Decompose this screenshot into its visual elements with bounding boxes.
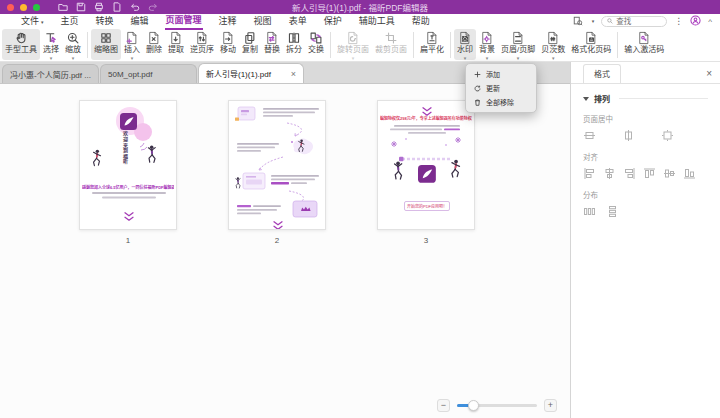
menu-file[interactable]: 文件▾ xyxy=(20,13,45,29)
toolbar-header-footer-button[interactable]: 页眉/页脚 ▾ xyxy=(498,29,538,60)
toolbar-hand-tool-button[interactable]: 手型工具 xyxy=(2,29,40,60)
menu-page-management[interactable]: 页面管理 xyxy=(165,12,203,30)
menu-accessibility-tools[interactable]: 辅助工具 xyxy=(358,13,396,29)
document-icon[interactable] xyxy=(112,2,122,12)
menu-convert[interactable]: 转换 xyxy=(95,13,115,29)
tab-50m-opt-pdf[interactable]: 50M_opt.pdf xyxy=(100,64,197,83)
format-panel-tab[interactable]: 格式 xyxy=(583,64,621,83)
center-in-page-label: 页面居中 xyxy=(583,113,708,124)
zoom-slider-handle[interactable] xyxy=(468,400,479,411)
tab-resume-pdf[interactable]: 冯小惠-个人简历.pdf ... xyxy=(2,64,99,83)
toolbar-swap-button[interactable]: 交换 xyxy=(305,29,327,60)
toolbar-delete-button[interactable]: 删除 xyxy=(143,29,165,60)
crop-pages-icon xyxy=(383,31,399,45)
close-tab-icon[interactable]: × xyxy=(291,69,296,79)
zoom-in-button[interactable]: + xyxy=(544,399,557,412)
toolbar-replace-button[interactable]: 替换 xyxy=(261,29,283,60)
close-window-button[interactable] xyxy=(7,4,14,11)
zoom-icon xyxy=(65,31,81,45)
toolbar: 手型工具 选择 ▾ 缩放 ▾ 缩略图 插入 ▾ 删除 提取 xyxy=(0,28,720,62)
toolbar-split-button[interactable]: 拆分 xyxy=(283,29,305,60)
minimize-window-button[interactable] xyxy=(20,4,27,11)
toolbar-zoom-button[interactable]: 缩放 ▾ xyxy=(62,29,84,60)
page-number-3: 3 xyxy=(377,236,475,245)
account-avatar[interactable] xyxy=(690,12,701,30)
toolbar-activation-code-button[interactable]: 输入激活码 xyxy=(621,29,667,60)
thumbnail-grid-icon xyxy=(98,31,114,45)
align-top-icon xyxy=(643,167,656,180)
menu-help[interactable]: 帮助 xyxy=(411,13,431,29)
toolbar-separator xyxy=(413,32,414,58)
extract-page-icon xyxy=(168,31,184,45)
chevron-down-icon: ▾ xyxy=(486,55,489,61)
menubar: 文件▾ 主页 转换 编辑 页面管理 注释 视图 表单 保护 辅助工具 帮助 ▾ … xyxy=(0,14,720,28)
toolbar-bates-number-button[interactable]: 贝茨数 ▾ xyxy=(538,29,568,60)
chevron-down-icon: ▾ xyxy=(50,55,53,61)
search-box[interactable] xyxy=(601,16,667,27)
activation-key-icon xyxy=(636,31,652,45)
zoom-slider-track[interactable] xyxy=(457,404,537,407)
watermark-dropdown-menu: 添加 更新 全部移除 xyxy=(465,63,537,113)
page-1-artwork xyxy=(80,101,177,230)
watermark-add-item[interactable]: 添加 xyxy=(466,67,536,81)
save-icon[interactable] xyxy=(76,2,86,12)
toolbar-copy-button[interactable]: 复制 xyxy=(239,29,261,60)
page-thumbnail-1[interactable]: 欢迎来到福昕 感谢您加入全球6.5亿用户，一同信任福昕PDF编辑器 xyxy=(79,100,177,230)
more-options-icon[interactable]: ⋮ xyxy=(674,16,683,26)
collapse-toolbar-icon[interactable]: ^ xyxy=(708,17,712,26)
search-input[interactable] xyxy=(616,17,660,26)
toolbar-extract-button[interactable]: 提取 xyxy=(165,29,187,60)
split-page-icon xyxy=(286,31,302,45)
page-thumbnail-3[interactable]: 编辑特权仅298元/年，专享上述编辑器所有功能特权。 开始您的PDF应用吧！ xyxy=(377,100,475,230)
zoom-out-button[interactable]: − xyxy=(437,399,450,412)
center-horizontally-icon xyxy=(622,129,635,142)
toolbar-reverse-order-button[interactable]: 逆页序 xyxy=(187,29,217,60)
distribute-horizontally-icon xyxy=(583,205,596,218)
find-replace-icon[interactable] xyxy=(573,12,583,30)
toolbar-separator xyxy=(450,32,451,58)
toolbar-separator xyxy=(87,32,88,58)
page-thumbnail-2[interactable] xyxy=(228,100,326,230)
toolbar-background-button[interactable]: 背景 ▾ xyxy=(476,29,498,60)
toolbar-rotate-pages-button: 旋转页面 ▾ xyxy=(334,29,372,60)
undo-icon[interactable] xyxy=(130,2,140,12)
chevron-down-icon: ▾ xyxy=(552,55,555,61)
format-panel: 格式 × 排列 页面居中 对齐 xyxy=(570,62,720,418)
redo-icon[interactable] xyxy=(148,2,158,12)
toolbar-move-button[interactable]: 移动 xyxy=(217,29,239,60)
toolbar-flatten-button[interactable]: 扁平化 xyxy=(417,29,447,60)
delete-page-icon xyxy=(146,31,162,45)
close-panel-icon[interactable]: × xyxy=(706,68,712,79)
toolbar-insert-button[interactable]: 插入 ▾ xyxy=(121,29,143,60)
print-icon[interactable] xyxy=(94,2,104,12)
flatten-icon xyxy=(424,31,440,45)
open-file-icon[interactable] xyxy=(58,2,68,12)
watermark-icon xyxy=(457,31,473,45)
copy-page-icon xyxy=(242,31,258,45)
menu-form[interactable]: 表单 xyxy=(288,13,308,29)
toolbar-watermark-button[interactable]: 水印 ▾ xyxy=(454,29,476,60)
align-right-icon xyxy=(623,167,636,180)
collapse-section-icon[interactable] xyxy=(583,97,589,101)
page-number-2: 2 xyxy=(228,236,326,245)
menu-comment[interactable]: 注释 xyxy=(218,13,238,29)
background-icon xyxy=(479,31,495,45)
maximize-window-button[interactable] xyxy=(33,4,40,11)
menu-protect[interactable]: 保护 xyxy=(323,13,343,29)
toolbar-select-button[interactable]: 选择 ▾ xyxy=(40,29,62,60)
page-2-artwork xyxy=(229,101,326,230)
watermark-update-item[interactable]: 更新 xyxy=(466,81,536,95)
menu-edit[interactable]: 编辑 xyxy=(130,13,150,29)
chevron-down-icon[interactable]: ▾ xyxy=(592,18,595,24)
menu-home[interactable]: 主页 xyxy=(60,13,80,29)
toolbar-thumbnail-button[interactable]: 缩略图 xyxy=(91,29,121,60)
watermark-remove-all-item[interactable]: 全部移除 xyxy=(466,95,536,109)
menu-view[interactable]: 视图 xyxy=(253,13,273,29)
align-horizontal-center-icon xyxy=(603,167,616,180)
toolbar-format-page-number-button[interactable]: 格式化页码 xyxy=(568,29,614,60)
chevron-down-icon: ▾ xyxy=(517,55,520,61)
chevron-down-icon: ▾ xyxy=(72,55,75,61)
toolbar-crop-pages-button: 裁剪页面 xyxy=(372,29,410,60)
tab-newbie-guide-pdf[interactable]: 新人引导(1)(1).pdf × xyxy=(198,63,304,83)
reverse-page-order-icon xyxy=(194,31,210,45)
